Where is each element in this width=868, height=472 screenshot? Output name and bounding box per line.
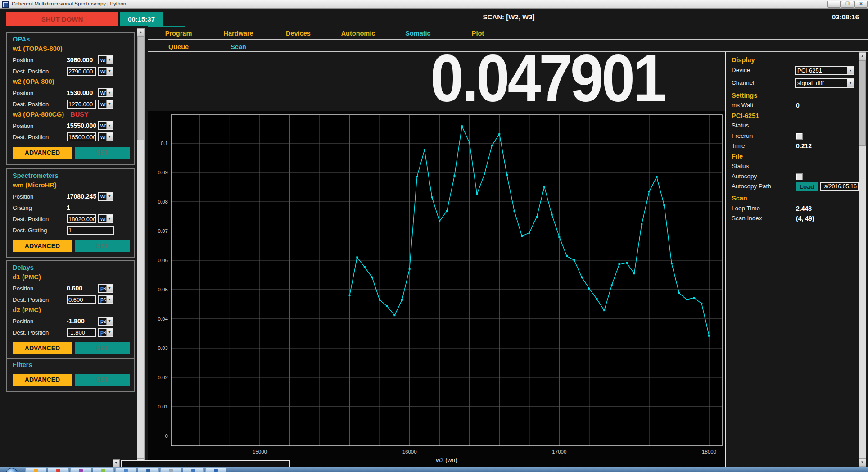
unit-dropdown[interactable]: wn▼ xyxy=(98,67,113,76)
data-point xyxy=(648,191,650,192)
advanced-button[interactable]: ADVANCED xyxy=(13,240,72,252)
parameter-row: Grating1 xyxy=(12,203,130,214)
data-point xyxy=(566,255,568,257)
set-button[interactable]: SET xyxy=(75,147,130,159)
destination-input[interactable] xyxy=(67,132,96,141)
taskbar-app-button[interactable] xyxy=(48,467,69,472)
chevron-down-icon[interactable]: ▼ xyxy=(106,100,113,108)
left-scrollbar[interactable]: ▲ ▼ xyxy=(137,28,145,467)
unit-dropdown[interactable]: wn▼ xyxy=(98,192,113,201)
advanced-button[interactable]: ADVANCED xyxy=(13,147,72,159)
data-point xyxy=(439,220,440,222)
data-point xyxy=(409,268,411,270)
taskbar-app-button[interactable] xyxy=(93,467,114,472)
unit-dropdown[interactable]: wn▼ xyxy=(98,100,113,109)
tab-queue[interactable]: Queue xyxy=(149,41,208,51)
unit-dropdown[interactable]: ps▼ xyxy=(98,317,113,326)
destination-input[interactable] xyxy=(67,214,96,223)
scrollbar-thumb[interactable] xyxy=(137,36,144,140)
right-scrollbar[interactable]: ▲ ▼ xyxy=(859,52,866,467)
chevron-down-icon[interactable]: ▼ xyxy=(106,68,113,75)
data-point xyxy=(424,149,425,151)
destination-input[interactable] xyxy=(67,295,96,304)
scroll-up-arrow-icon[interactable]: ▲ xyxy=(859,53,866,60)
destination-input[interactable] xyxy=(67,67,96,76)
unit-dropdown[interactable]: wn▼ xyxy=(98,132,113,141)
chevron-down-icon[interactable]: ▼ xyxy=(847,67,854,74)
chevron-down-icon[interactable]: ▼ xyxy=(106,318,113,325)
start-button[interactable] xyxy=(5,468,18,472)
settings-label: Scan Index xyxy=(732,215,762,222)
set-button[interactable]: SET xyxy=(75,240,130,252)
taskbar-app-button[interactable] xyxy=(205,467,226,472)
taskbar-app-button[interactable] xyxy=(138,467,159,472)
position-readout: 1530.000 xyxy=(67,89,96,96)
set-button[interactable]: SET xyxy=(75,342,130,354)
scrollbar-thumb[interactable] xyxy=(859,60,866,146)
settings-row: Status xyxy=(732,161,858,172)
tab-autonomic[interactable]: Autonomic xyxy=(328,28,388,39)
chevron-down-icon[interactable]: ▼ xyxy=(847,79,854,87)
autocopy-checkbox[interactable] xyxy=(796,173,803,180)
unit-dropdown[interactable]: ps▼ xyxy=(98,295,113,304)
close-button[interactable]: ✕ xyxy=(854,1,868,8)
freerun-checkbox[interactable] xyxy=(796,133,803,140)
data-point xyxy=(603,309,605,311)
taskbar-app-button[interactable] xyxy=(183,467,204,472)
parameter-row: Position1530.000wn▼ xyxy=(12,88,130,100)
maximize-button[interactable]: ❐ xyxy=(841,1,854,8)
parameter-label: Dest. Position xyxy=(13,101,49,108)
module-header: OPAs xyxy=(12,36,130,45)
unit-dropdown[interactable]: wn▼ xyxy=(98,55,113,64)
unit-dropdown[interactable]: ps▼ xyxy=(98,284,113,293)
unit-dropdown[interactable]: ps▼ xyxy=(98,328,113,337)
chevron-down-icon[interactable]: ▼ xyxy=(106,285,113,292)
minimize-button[interactable]: – xyxy=(827,1,841,8)
scroll-down-arrow-icon[interactable]: ▼ xyxy=(859,458,866,466)
unit-dropdown[interactable]: wn▼ xyxy=(98,214,113,223)
chevron-down-icon[interactable]: ▼ xyxy=(113,459,120,467)
tab-hardware[interactable]: Hardware xyxy=(208,28,268,39)
chevron-down-icon[interactable]: ▼ xyxy=(106,56,113,64)
parameter-label: Position xyxy=(13,57,33,64)
advanced-button[interactable]: ADVANCED xyxy=(13,342,72,354)
parameter-label: Dest. Position xyxy=(13,296,49,303)
data-point xyxy=(461,125,463,127)
taskbar-app-button[interactable] xyxy=(160,467,181,472)
device-dropdown[interactable]: PCI-6251▼ xyxy=(795,66,854,75)
tab-scan[interactable]: Scan xyxy=(208,41,268,51)
taskbar-app-button[interactable] xyxy=(115,467,136,472)
settings-value: 0.212 xyxy=(796,142,812,150)
settings-label: Time xyxy=(732,142,745,149)
chevron-down-icon[interactable]: ▼ xyxy=(106,193,113,200)
module-buttons: ADVANCEDSET xyxy=(12,341,130,355)
device-name-label: w2 (OPA-800) xyxy=(13,78,54,85)
chevron-down-icon[interactable]: ▼ xyxy=(106,122,113,129)
unit-dropdown[interactable]: wn▼ xyxy=(98,88,113,97)
settings-label: Loop Time xyxy=(732,205,760,212)
destination-input[interactable] xyxy=(67,100,96,109)
shutdown-button[interactable]: SHUT DOWN xyxy=(6,12,118,26)
load-path-button[interactable]: Load xyxy=(796,182,818,191)
destination-input[interactable] xyxy=(67,328,96,337)
unit-dropdown[interactable]: wn▼ xyxy=(98,121,113,130)
tab-program[interactable]: Program xyxy=(149,28,208,39)
position-readout: 0.600 xyxy=(67,285,96,292)
destination-input[interactable] xyxy=(67,226,114,235)
tab-devices[interactable]: Devices xyxy=(268,28,328,39)
scroll-up-arrow-icon[interactable]: ▲ xyxy=(137,29,144,36)
tab-somatic[interactable]: Somatic xyxy=(388,28,448,39)
chevron-down-icon[interactable]: ▼ xyxy=(106,133,113,141)
tab-plot[interactable]: Plot xyxy=(448,28,508,39)
advanced-button[interactable]: ADVANCED xyxy=(13,374,72,386)
autocopy-path-field[interactable] xyxy=(820,182,859,191)
taskbar-app-button[interactable] xyxy=(25,467,46,472)
channel-dropdown[interactable]: signal_diff▼ xyxy=(795,78,854,88)
chevron-down-icon[interactable]: ▼ xyxy=(106,89,113,96)
taskbar-app-button[interactable] xyxy=(70,467,91,472)
chevron-down-icon[interactable]: ▼ xyxy=(106,329,113,336)
chevron-down-icon[interactable]: ▼ xyxy=(106,296,113,303)
chevron-down-icon[interactable]: ▼ xyxy=(106,215,113,222)
set-button[interactable]: SET xyxy=(75,374,130,386)
x-axis-tick-label: 16000 xyxy=(402,449,417,454)
